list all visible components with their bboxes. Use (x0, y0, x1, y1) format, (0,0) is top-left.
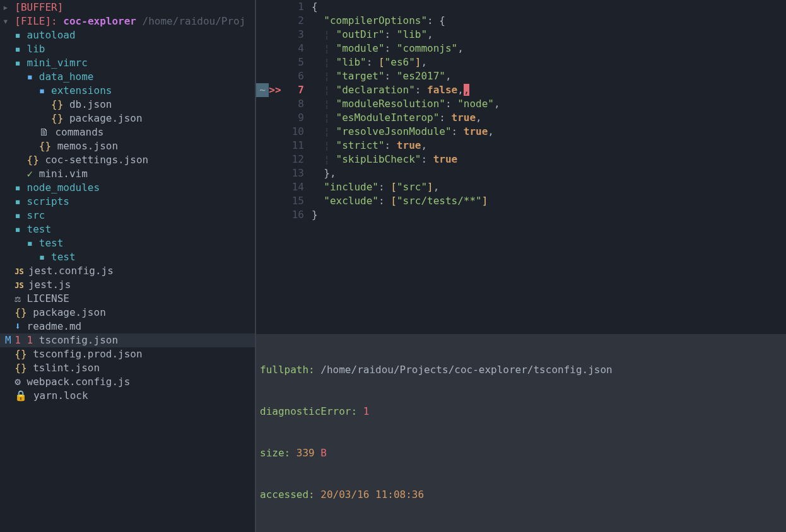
sign-column (256, 97, 281, 111)
tree-node-mini-vimrc[interactable]: ▪ mini_vimrc (0, 56, 255, 70)
code-text: "compilerOptions": { (307, 14, 445, 28)
tree-node-node-modules[interactable]: ▪ node_modules (0, 181, 255, 195)
file-icon: ⚖ (15, 292, 26, 304)
file-icon: {} (51, 98, 69, 110)
tree-node-mini-vim[interactable]: ✓ mini.vim (0, 167, 255, 181)
sign-column (256, 125, 281, 139)
sign-column (256, 111, 281, 125)
tree-node-coc-settings-json[interactable]: {} coc-settings.json (0, 153, 255, 167)
folder-icon: ▪ (15, 182, 26, 194)
tree-node-scripts[interactable]: ▪ scripts (0, 195, 255, 209)
tree-node-test[interactable]: ▪ test (0, 236, 255, 250)
sign-column (256, 42, 281, 55)
sign-arrow (269, 28, 281, 42)
sign-column (256, 14, 281, 28)
line-number: 14 (281, 180, 307, 194)
code-line-10[interactable]: 10 ¦ "resolveJsonModule": true, (256, 125, 786, 139)
diagnostic-error-label: diagnosticError: (260, 405, 357, 417)
file-icon: {} (27, 154, 45, 166)
sign-tilde (256, 194, 269, 208)
tree-node-commands[interactable]: 🗎 commands (0, 125, 255, 139)
tree-node-jest-js[interactable]: JS jest.js (0, 278, 255, 292)
tree-node-test[interactable]: ▪ test (0, 223, 255, 236)
node-label: test (39, 237, 64, 249)
node-label: mini_vimrc (27, 57, 88, 69)
code-line-7[interactable]: ~>>7 ¦ "declaration": false,, (256, 83, 786, 97)
line-number: 1 (281, 0, 307, 14)
line-number: 15 (281, 194, 307, 208)
tree-node-webpack-config-js[interactable]: ⚙ webpack.config.js (0, 375, 255, 389)
fullpath-label: fullpath: (260, 364, 315, 376)
tree-node-yarn-lock[interactable]: 🔒 yarn.lock (0, 389, 255, 403)
node-label: jest.config.js (28, 265, 114, 277)
folder-icon: ▪ (39, 84, 51, 96)
file-section-header[interactable]: ▾ [FILE]: coc-explorer /home/raidou/Proj (0, 14, 255, 28)
line-number: 3 (281, 28, 307, 42)
code-line-15[interactable]: 15 "exclude": ["src/tests/**"] (256, 194, 786, 208)
sign-arrow (269, 97, 281, 111)
file-tree[interactable]: ▪ autoload ▪ lib ▪ mini_vimrc ▪ data_hom… (0, 28, 255, 403)
file-icon: {} (15, 362, 33, 374)
code-line-9[interactable]: 9 ¦ "esModuleInterop": true, (256, 111, 786, 125)
tree-node-extensions[interactable]: ▪ extensions (0, 84, 255, 98)
sign-tilde (256, 28, 269, 42)
size-value: 339 (290, 447, 315, 459)
node-label: test (27, 223, 52, 235)
explorer-panel[interactable]: ▸ [BUFFER] ▾ [FILE]: coc-explorer /home/… (0, 0, 256, 532)
sign-arrow (269, 0, 281, 14)
code-text: ¦ "module": "commonjs", (307, 42, 464, 55)
sign-arrow: >> (269, 83, 281, 97)
node-label: yarn.lock (33, 390, 88, 402)
code-line-8[interactable]: 8 ¦ "moduleResolution": "node", (256, 97, 786, 111)
code-line-13[interactable]: 13 }, (256, 166, 786, 180)
folder-icon: ▪ (15, 195, 26, 207)
code-line-14[interactable]: 14 "include": ["src"], (256, 180, 786, 194)
folder-icon: ▪ (15, 43, 26, 55)
sign-tilde (256, 208, 269, 222)
code-text: { (307, 0, 318, 14)
tree-node-lib[interactable]: ▪ lib (0, 42, 255, 56)
file-icon: ⬇ (15, 320, 26, 332)
tree-node-tsconfig-prod-json[interactable]: {} tsconfig.prod.json (0, 347, 255, 361)
sign-column (256, 194, 281, 208)
code-line-2[interactable]: 2 "compilerOptions": { (256, 14, 786, 28)
line-number: 16 (281, 208, 307, 222)
code-line-4[interactable]: 4 ¦ "module": "commonjs", (256, 42, 786, 55)
code-line-6[interactable]: 6 ¦ "target": "es2017", (256, 69, 786, 83)
sign-arrow (269, 166, 281, 180)
code-line-1[interactable]: 1{ (256, 0, 786, 14)
code-line-3[interactable]: 3 ¦ "outDir": "lib", (256, 28, 786, 42)
sign-tilde: ~ (256, 83, 269, 97)
code-line-12[interactable]: 12 ¦ "skipLibCheck": true (256, 153, 786, 166)
tree-node-license[interactable]: ⚖ LICENSE (0, 292, 255, 306)
sign-tilde (256, 125, 269, 139)
node-label: test (51, 251, 76, 263)
buffer-section-header[interactable]: ▸ [BUFFER] (0, 1, 255, 14)
node-label: webpack.config.js (27, 376, 131, 388)
line-number: 12 (281, 153, 307, 166)
tree-node-src[interactable]: ▪ src (0, 209, 255, 223)
tree-node-tsconfig-json[interactable]: 1 1 tsconfig.jsonM (0, 333, 255, 347)
tree-node-package-json[interactable]: {} package.json (0, 306, 255, 320)
sign-arrow (269, 69, 281, 83)
tree-node-readme-md[interactable]: ⬇ readme.md (0, 320, 255, 333)
tree-node-db-json[interactable]: {} db.json (0, 98, 255, 112)
tree-node-package-json[interactable]: {} package.json (0, 112, 255, 125)
editor-panel[interactable]: 1{2 "compilerOptions": {3 ¦ "outDir": "l… (256, 0, 786, 532)
code-text: ¦ "strict": true, (307, 139, 427, 153)
tree-node-data-home[interactable]: ▪ data_home (0, 70, 255, 84)
sign-arrow (269, 153, 281, 166)
size-label: size: (260, 447, 290, 459)
code-line-5[interactable]: 5 ¦ "lib": ["es6"], (256, 55, 786, 69)
tree-node-autoload[interactable]: ▪ autoload (0, 28, 255, 42)
code-line-16[interactable]: 16} (256, 208, 786, 222)
sign-tilde (256, 180, 269, 194)
tree-node-test[interactable]: ▪ test (0, 250, 255, 264)
tree-node-jest-config-js[interactable]: JS jest.config.js (0, 264, 255, 278)
folder-icon: ▪ (15, 57, 26, 69)
tree-node-memos-json[interactable]: {} memos.json (0, 139, 255, 153)
code-line-11[interactable]: 11 ¦ "strict": true, (256, 139, 786, 153)
sign-tilde (256, 55, 269, 69)
tree-node-tslint-json[interactable]: {} tslint.json (0, 361, 255, 375)
code-text: ¦ "moduleResolution": "node", (307, 97, 500, 111)
